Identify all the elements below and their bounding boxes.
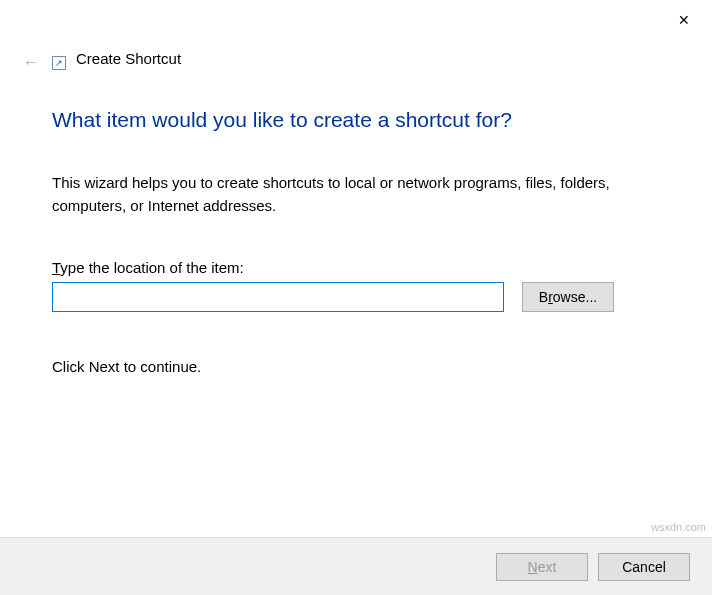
dialog-title: Create Shortcut (76, 50, 181, 67)
location-label: Type the location of the item: (52, 259, 648, 276)
page-heading: What item would you like to create a sho… (52, 108, 648, 132)
next-button: Next (496, 553, 588, 581)
create-shortcut-dialog: ✕ ← ↗ Create Shortcut What item would yo… (0, 0, 712, 595)
dialog-content: What item would you like to create a sho… (52, 108, 648, 375)
back-button: ← (22, 52, 40, 73)
continue-text: Click Next to continue. (52, 358, 648, 375)
location-input[interactable] (52, 282, 504, 312)
watermark: wsxdn.com (651, 521, 706, 533)
close-icon: ✕ (678, 12, 690, 28)
browse-button[interactable]: Browse... (522, 282, 614, 312)
location-row: Browse... (52, 282, 648, 312)
description-text: This wizard helps you to create shortcut… (52, 172, 642, 217)
back-arrow-icon: ← (22, 52, 40, 72)
dialog-footer: Next Cancel (0, 537, 712, 595)
close-button[interactable]: ✕ (664, 6, 704, 34)
shortcut-icon: ↗ (52, 56, 66, 70)
cancel-button[interactable]: Cancel (598, 553, 690, 581)
